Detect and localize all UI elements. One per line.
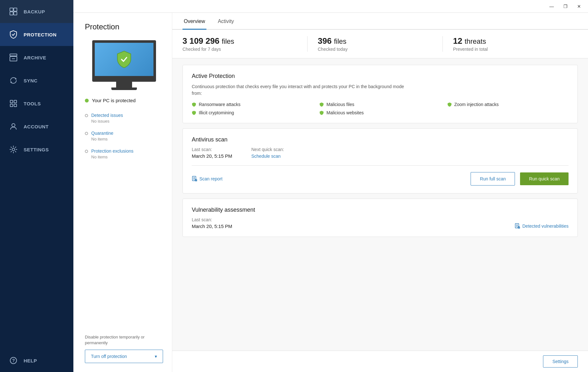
vulnerability-card: Vulnerability assessment Last scan: Marc… [182, 199, 578, 237]
detected-issues-link[interactable]: Detected issues [91, 113, 123, 118]
sidebar-links: Detected issues No issues Quarantine No … [85, 113, 163, 159]
protection-exclusions-dot [85, 150, 88, 153]
tab-activity[interactable]: Activity [217, 13, 235, 30]
protection-exclusions-link[interactable]: Protection exclusions [91, 148, 133, 154]
quarantine-item: Quarantine No items [85, 131, 163, 141]
report-icon [192, 176, 197, 182]
scan-actions: Scan report Run full scan Run quick scan [192, 172, 569, 186]
titlebar: — ❐ ✕ [73, 0, 588, 13]
monitor [92, 40, 156, 90]
feature-cryptomining-label: Illicit cryptomining [199, 110, 234, 115]
run-quick-scan-button[interactable]: Run quick scan [520, 172, 569, 185]
vuln-last-scan-block: Last scan: March 20, 5:15 PM [192, 217, 232, 229]
turn-off-protection-button[interactable]: Turn off protection ▾ [85, 350, 163, 363]
protection-features: Ransomware attacks Malicious files [192, 102, 569, 115]
tab-overview[interactable]: Overview [182, 13, 206, 30]
next-scan-block: Next quick scan: Schedule scan [251, 147, 284, 159]
sidebar-item-account[interactable]: ACCOUNT [0, 115, 73, 138]
stat-files-7days-label: Checked for 7 days [182, 47, 307, 52]
backup-icon [9, 7, 18, 16]
status-text: Your PC is protected [92, 98, 136, 103]
sidebar-item-archive[interactable]: ARCHIVE [0, 46, 73, 69]
feature-malicious-websites: Malicious websites [319, 110, 441, 115]
last-scan-value: March 20, 5:15 PM [192, 153, 232, 159]
sidebar: BACKUP PROTECTION ARCHIVE [0, 0, 73, 372]
sections-area: Active Protection Continuous protection … [172, 58, 588, 243]
feature-cryptomining: Illicit cryptomining [192, 110, 313, 115]
monitor-bottom-bar [92, 79, 156, 82]
feature-malicious-files-label: Malicious files [326, 102, 354, 107]
status-dot [85, 99, 89, 102]
sidebar-item-sync-label: SYNC [24, 78, 38, 83]
feature-zoom: Zoom injection attacks [447, 102, 569, 107]
active-protection-card: Active Protection Continuous protection … [182, 65, 578, 123]
minimize-button[interactable]: — [547, 4, 556, 9]
svg-rect-9 [10, 104, 13, 107]
stat-threats-number: 12 threats [453, 36, 578, 46]
chevron-down-icon: ▾ [155, 354, 157, 359]
sidebar-item-protection[interactable]: PROTECTION [0, 23, 73, 46]
maximize-button[interactable]: ❐ [562, 4, 569, 9]
account-icon [9, 122, 18, 131]
crypto-shield-icon [192, 110, 196, 115]
sidebar-item-account-label: ACCOUNT [24, 124, 49, 129]
feature-ransomware: Ransomware attacks [192, 102, 313, 107]
stat-files-today-number: 396 files [318, 36, 443, 46]
sidebar-item-settings[interactable]: SETTINGS [0, 138, 73, 161]
disable-text: Disable protection temporarily or perman… [85, 334, 163, 346]
quarantine-link[interactable]: Quarantine [91, 131, 113, 136]
svg-text:?: ? [12, 358, 15, 363]
protection-exclusions-item: Protection exclusions No items [85, 148, 163, 159]
active-protection-title: Active Protection [192, 73, 569, 80]
stats-row: 3 109 296 files Checked for 7 days 396 f… [172, 30, 588, 58]
feature-zoom-label: Zoom injection attacks [454, 102, 499, 107]
close-button[interactable]: ✕ [575, 4, 583, 9]
feature-ransomware-label: Ransomware attacks [199, 102, 241, 107]
monitor-stand [116, 82, 132, 87]
quarantine-dot [85, 132, 88, 135]
vuln-scan-row: Last scan: March 20, 5:15 PM [192, 217, 569, 229]
last-scan-block: Last scan: March 20, 5:15 PM [192, 147, 232, 159]
scan-report-label: Scan report [199, 176, 222, 181]
stat-files-7days-number: 3 109 296 files [182, 36, 307, 46]
antivirus-scan-card: Antivirus scan Last scan: March 20, 5:15… [182, 128, 578, 194]
settings-button[interactable]: Settings [543, 355, 578, 368]
stat-threats: 12 threats Prevented in total [443, 36, 578, 52]
quarantine-row: Quarantine [85, 131, 163, 136]
help-icon: ? [9, 356, 18, 365]
ransomware-shield-icon [192, 102, 196, 107]
sidebar-item-backup[interactable]: BACKUP [0, 0, 73, 23]
detected-issues-row: Detected issues [85, 113, 163, 118]
monitor-illustration [85, 40, 163, 90]
stat-files-7days: 3 109 296 files Checked for 7 days [182, 36, 307, 52]
scan-report-link[interactable]: Scan report [192, 176, 465, 182]
sidebar-item-archive-label: ARCHIVE [24, 55, 46, 60]
sidebar-bottom: ? HELP [0, 349, 73, 372]
schedule-scan-link[interactable]: Schedule scan [251, 154, 281, 159]
sidebar-item-sync[interactable]: SYNC [0, 69, 73, 92]
next-scan-label: Next quick scan: [251, 147, 284, 152]
sidebar-item-tools[interactable]: TOOLS [0, 92, 73, 115]
detected-vulnerabilities-link[interactable]: Detected vulnerabilities [515, 223, 569, 229]
active-protection-desc: Continuous protection that checks every … [192, 83, 415, 97]
run-full-scan-button[interactable]: Run full scan [471, 172, 515, 186]
svg-rect-4 [10, 54, 17, 56]
feature-malicious-websites-label: Malicious websites [326, 110, 364, 115]
left-panel: Protection [73, 13, 172, 372]
detected-issues-dot [85, 114, 88, 117]
sidebar-item-help[interactable]: ? HELP [0, 349, 73, 372]
zoom-shield-icon [447, 102, 452, 107]
content-wrapper: Protection [73, 13, 588, 372]
websites-shield-icon [319, 110, 324, 115]
detected-issues-item: Detected issues No issues [85, 113, 163, 124]
protection-exclusions-row: Protection exclusions [85, 148, 163, 154]
quarantine-sub: No items [91, 137, 163, 141]
vuln-last-scan-label: Last scan: [192, 217, 232, 222]
sidebar-item-tools-label: TOOLS [24, 101, 41, 106]
svg-rect-2 [10, 12, 13, 15]
svg-rect-3 [14, 12, 17, 15]
status-row: Your PC is protected [85, 98, 163, 103]
svg-rect-10 [14, 104, 17, 107]
stat-files-today-label: Checked today [318, 47, 443, 52]
stat-files-today: 396 files Checked today [307, 36, 443, 52]
